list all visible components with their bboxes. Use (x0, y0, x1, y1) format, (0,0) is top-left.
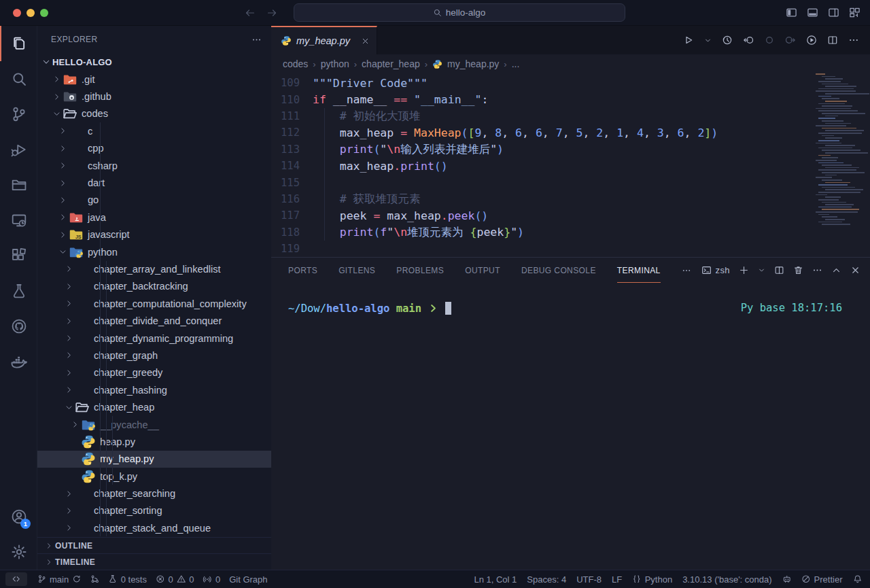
customize-layout-icon[interactable] (849, 7, 860, 18)
activity-explorer[interactable] (0, 26, 37, 61)
tree-item--git[interactable]: .git (37, 71, 271, 88)
panel-more-tabs-icon[interactable] (682, 266, 691, 275)
activity-github[interactable] (0, 309, 37, 344)
code-editor[interactable]: 109"""Driver Code"""110if __name__ == "_… (271, 73, 870, 257)
workspace-root-row[interactable]: HELLO-ALGO (37, 53, 271, 71)
git-graph-label[interactable]: Git Graph (229, 574, 267, 585)
tab-my-heap[interactable]: my_heap.py (271, 26, 377, 54)
panel-tab-debug-console[interactable]: DEBUG CONSOLE (521, 258, 596, 283)
tree-item-chapter-stack-and-queue[interactable]: chapter_stack_and_queue (37, 519, 271, 536)
previous-change-icon[interactable] (764, 35, 775, 46)
ports[interactable]: 0 (203, 574, 220, 585)
tree-item-my-heap-py[interactable]: my_heap.py (37, 451, 271, 468)
git-graph-button[interactable] (90, 574, 100, 584)
tree-item-go[interactable]: go (37, 192, 271, 209)
section-outline[interactable]: OUTLINE (37, 537, 271, 553)
breadcrumb-item[interactable]: python (321, 58, 349, 69)
tree-item-chapter-searching[interactable]: chapter_searching (37, 485, 271, 502)
activity-settings[interactable] (0, 534, 37, 570)
activity-remote-explorer[interactable] (0, 203, 37, 238)
breadcrumb-item[interactable]: my_heap.py (447, 58, 499, 69)
activity-search[interactable] (0, 61, 37, 97)
navigate-forward-icon[interactable] (266, 7, 277, 18)
cursor-position[interactable]: Ln 1, Col 1 (474, 574, 517, 585)
more-panel-actions-icon[interactable] (812, 265, 822, 275)
tree-item-chapter-greedy[interactable]: chapter_greedy (37, 364, 271, 381)
activity-docker[interactable] (0, 344, 37, 379)
maximize-panel-icon[interactable] (831, 265, 841, 275)
minimize-window-button[interactable] (27, 9, 35, 17)
tree-item-top-k-py[interactable]: top_k.py (37, 468, 271, 485)
toggle-secondary-sidebar-icon[interactable] (828, 7, 839, 18)
run-python-file-icon[interactable] (683, 35, 694, 46)
toggle-panel-icon[interactable] (807, 7, 818, 18)
tree-item-chapter-backtracking[interactable]: chapter_backtracking (37, 278, 271, 295)
tree-item-chapter-heap[interactable]: chapter_heap (37, 398, 271, 415)
tree-item-python[interactable]: python (37, 243, 271, 260)
split-terminal-icon[interactable] (774, 265, 784, 275)
open-changes-icon[interactable] (743, 35, 754, 46)
tree-item-dart[interactable]: dart (37, 174, 271, 191)
remote-indicator[interactable] (5, 572, 27, 586)
tree-item-chapter-divide-and-conquer[interactable]: chapter_divide_and_conquer (37, 312, 271, 329)
toggle-primary-sidebar-icon[interactable] (786, 7, 797, 18)
tree-item-chapter-dynamic-programming[interactable]: chapter_dynamic_programming (37, 330, 271, 347)
window-traffic-lights[interactable] (13, 9, 48, 17)
encoding[interactable]: UTF-8 (576, 574, 602, 585)
eol[interactable]: LF (612, 574, 622, 585)
new-terminal-icon[interactable] (739, 265, 749, 275)
terminal-dropdown-icon[interactable] (758, 266, 765, 274)
notifications[interactable] (853, 574, 863, 584)
tree-item-chapter-graph[interactable]: chapter_graph (37, 347, 271, 364)
panel-tab-ports[interactable]: PORTS (288, 258, 317, 283)
close-window-button[interactable] (13, 9, 21, 17)
split-editor-icon[interactable] (827, 35, 838, 46)
tree-item-javascript[interactable]: JSjavascript (37, 226, 271, 243)
close-tab-icon[interactable] (361, 37, 370, 46)
panel-tab-terminal[interactable]: TERMINAL (617, 258, 661, 283)
tree-item-chapter-sorting[interactable]: chapter_sorting (37, 502, 271, 519)
breadcrumb-item[interactable]: ... (512, 58, 520, 69)
indentation[interactable]: Spaces: 4 (527, 574, 566, 585)
tree-item--github[interactable]: .github (37, 88, 271, 105)
panel-tab-problems[interactable]: PROBLEMS (396, 258, 444, 283)
more-actions-icon[interactable] (848, 35, 859, 46)
command-center-search[interactable]: hello-algo (294, 3, 625, 22)
breadcrumb-item[interactable]: codes (283, 58, 308, 69)
git-branch[interactable]: main (37, 574, 82, 585)
tree-item--pycache-[interactable]: __pycache__ (37, 416, 271, 433)
tree-item-heap-py[interactable]: heap.py (37, 433, 271, 450)
shell-selector[interactable]: zsh (701, 265, 730, 275)
language-mode[interactable]: Python (632, 574, 672, 585)
problems[interactable]: 00 (156, 574, 194, 585)
panel-tab-gitlens[interactable]: GITLENS (338, 258, 375, 283)
kill-terminal-icon[interactable] (793, 265, 803, 275)
activity-run-and-debug[interactable] (0, 132, 37, 167)
activity-project-manager[interactable] (0, 167, 37, 203)
navigate-back-icon[interactable] (245, 7, 256, 18)
tree-item-java[interactable]: java (37, 209, 271, 226)
python-interpreter[interactable]: 3.10.13 ('base': conda) (682, 574, 771, 585)
zoom-window-button[interactable] (40, 9, 48, 17)
section-timeline[interactable]: TIMELINE (37, 553, 271, 570)
tests[interactable]: 0 tests (108, 574, 147, 585)
tree-item-chapter-hashing[interactable]: chapter_hashing (37, 381, 271, 398)
panel-tab-output[interactable]: OUTPUT (465, 258, 500, 283)
activity-extensions[interactable] (0, 238, 37, 273)
tree-item-chapter-array-and-linkedlist[interactable]: chapter_array_and_linkedlist (37, 260, 271, 277)
breadcrumb-item[interactable]: chapter_heap (362, 58, 420, 69)
activity-source-control[interactable] (0, 97, 37, 132)
tree-item-cpp[interactable]: cpp (37, 140, 271, 157)
close-panel-icon[interactable] (850, 265, 860, 275)
activity-testing[interactable] (0, 273, 37, 309)
run-code-icon[interactable] (806, 35, 817, 46)
next-change-icon[interactable] (785, 35, 796, 46)
explorer-more-actions-icon[interactable] (251, 35, 262, 45)
run-dropdown-icon[interactable] (704, 37, 712, 44)
terminal[interactable]: ~/Dow/hello-algo main Py base 18:17:16 (271, 283, 870, 570)
activity-accounts[interactable]: 1 (0, 499, 37, 534)
prettier[interactable]: Prettier (801, 574, 842, 585)
tree-item-chapter-computational-complexity[interactable]: chapter_computational_complexity (37, 295, 271, 312)
tree-item-csharp[interactable]: csharp (37, 157, 271, 174)
tree-item-codes[interactable]: codes (37, 105, 271, 122)
